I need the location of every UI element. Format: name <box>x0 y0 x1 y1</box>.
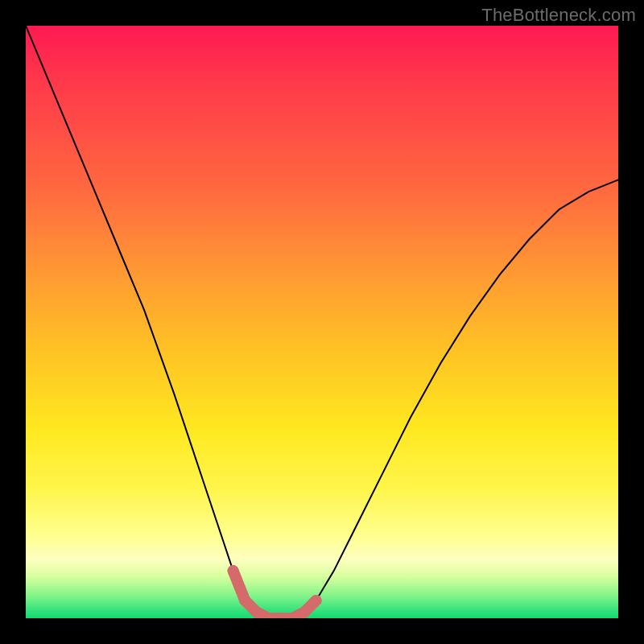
valley-dot <box>228 565 239 576</box>
chart-frame: TheBottleneck.com <box>0 0 644 644</box>
bottleneck-curve <box>26 26 618 618</box>
valley-dot <box>251 607 262 618</box>
valley-dot <box>239 595 250 606</box>
chart-svg <box>26 26 618 618</box>
valley-dot <box>299 607 310 618</box>
watermark-text: TheBottleneck.com <box>481 5 636 26</box>
valley-dot <box>311 595 322 606</box>
